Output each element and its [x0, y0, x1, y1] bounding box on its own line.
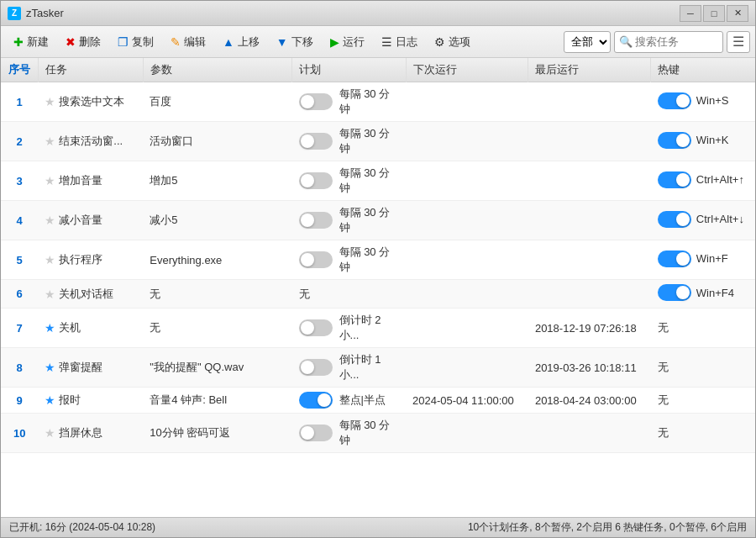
cell-last-run: 2019-03-26 10:18:11	[528, 348, 651, 388]
plan-text: 每隔 30 分钟	[339, 166, 399, 196]
hotkey-toggle[interactable]	[658, 92, 691, 109]
cell-seq: 9	[1, 388, 38, 414]
cell-task: ★结束活动窗...	[38, 122, 143, 161]
table-row[interactable]: 5★执行程序Everything.exe每隔 30 分钟Win+F	[1, 240, 755, 280]
cell-hotkey: 无	[651, 388, 755, 414]
task-name: 执行程序	[59, 252, 102, 267]
options-button[interactable]: ⚙ 选项	[427, 30, 478, 54]
up-label: 上移	[238, 34, 260, 50]
hotkey-toggle[interactable]	[658, 284, 691, 301]
run-button[interactable]: ▶ 运行	[323, 30, 372, 54]
star-icon[interactable]: ★	[45, 214, 55, 227]
new-label: 新建	[27, 34, 49, 50]
star-icon[interactable]: ★	[45, 321, 55, 335]
header-task: 任务	[38, 58, 143, 82]
plan-toggle[interactable]	[299, 133, 333, 150]
cell-last-run	[528, 82, 651, 122]
delete-button[interactable]: ✖ 删除	[58, 30, 108, 54]
cell-seq: 10	[1, 414, 38, 453]
cell-task: ★减小音量	[38, 201, 143, 240]
cell-seq: 3	[1, 161, 38, 201]
star-icon[interactable]: ★	[45, 253, 55, 266]
down-button[interactable]: ▼ 下移	[269, 30, 321, 54]
plan-toggle[interactable]	[299, 251, 333, 268]
cell-last-run	[528, 122, 651, 161]
menu-icon-button[interactable]: ☰	[727, 31, 750, 53]
star-icon[interactable]: ★	[45, 393, 55, 407]
cell-param: 音量4 钟声: Bell	[143, 388, 291, 414]
table-row[interactable]: 7★关机无倒计时 2小...2018-12-19 07:26:18无	[1, 309, 755, 348]
cell-hotkey: 无	[651, 348, 755, 388]
hotkey-toggle[interactable]	[658, 171, 691, 188]
plan-text: 每隔 30 分钟	[339, 126, 399, 156]
close-button[interactable]: ✕	[727, 5, 748, 22]
cell-next-run	[406, 161, 528, 201]
table-row[interactable]: 9★报时音量4 钟声: Bell整点|半点2024-05-04 11:00:00…	[1, 388, 755, 414]
cell-hotkey: Win+K	[651, 122, 755, 161]
app-icon-text: Z	[12, 8, 17, 18]
up-button[interactable]: ▲ 上移	[215, 30, 267, 54]
table-row[interactable]: 3★增加音量增加5每隔 30 分钟Ctrl+Alt+↑	[1, 161, 755, 201]
cell-plan: 倒计时 2小...	[292, 309, 406, 348]
table-row[interactable]: 6★关机对话框无无Win+F4	[1, 280, 755, 309]
task-name: 弹窗提醒	[59, 360, 102, 375]
plan-text: 每隔 30 分钟	[339, 418, 399, 448]
hotkey-toggle[interactable]	[658, 251, 691, 267]
cell-hotkey: Ctrl+Alt+↑	[651, 161, 755, 201]
filter-select[interactable]: 全部 启用 禁用	[564, 31, 611, 53]
cell-last-run	[528, 414, 651, 453]
plan-toggle[interactable]	[299, 93, 333, 110]
plan-toggle[interactable]	[299, 172, 333, 189]
plan-toggle[interactable]	[299, 359, 333, 376]
plan-toggle[interactable]	[299, 319, 333, 336]
search-input[interactable]	[614, 31, 723, 53]
cell-param: 无	[143, 309, 291, 348]
edit-label: 编辑	[184, 34, 206, 50]
edit-button[interactable]: ✎ 编辑	[163, 30, 213, 54]
header-param: 参数	[143, 58, 291, 82]
table-row[interactable]: 8★弹窗提醒"我的提醒" QQ.wav倒计时 1小...2019-03-26 1…	[1, 348, 755, 388]
log-button[interactable]: ☰ 日志	[374, 30, 425, 54]
cell-seq: 6	[1, 280, 38, 309]
hotkey-toggle[interactable]	[658, 211, 691, 228]
maximize-button[interactable]: □	[703, 5, 725, 22]
cell-task: ★执行程序	[38, 240, 143, 280]
cell-hotkey: Ctrl+Alt+↓	[651, 201, 755, 240]
plan-text: 每隔 30 分钟	[339, 245, 399, 275]
down-icon: ▼	[276, 35, 288, 49]
cell-plan: 每隔 30 分钟	[292, 82, 406, 122]
run-label: 运行	[343, 34, 365, 50]
star-icon[interactable]: ★	[45, 361, 55, 374]
star-icon[interactable]: ★	[45, 174, 55, 187]
hotkey-text: Win+S	[696, 94, 729, 107]
copy-label: 复制	[132, 34, 154, 50]
star-icon[interactable]: ★	[45, 287, 55, 301]
task-name: 挡屏休息	[59, 425, 102, 440]
star-icon[interactable]: ★	[45, 95, 55, 108]
table-row[interactable]: 10★挡屏休息10分钟 密码可返每隔 30 分钟无	[1, 414, 755, 453]
minimize-button[interactable]: ─	[680, 5, 701, 22]
new-button[interactable]: ✚ 新建	[6, 30, 56, 54]
hotkey-text: Win+F	[696, 252, 728, 265]
options-label: 选项	[449, 34, 470, 50]
table-row[interactable]: 4★减小音量减小5每隔 30 分钟Ctrl+Alt+↓	[1, 201, 755, 240]
plan-toggle[interactable]	[299, 212, 333, 229]
plan-toggle[interactable]	[299, 392, 333, 409]
copy-button[interactable]: ❐ 复制	[110, 30, 161, 54]
cell-task: ★关机对话框	[38, 280, 143, 309]
cell-seq: 8	[1, 348, 38, 388]
hotkey-toggle[interactable]	[658, 132, 691, 149]
cell-next-run	[406, 122, 528, 161]
star-icon[interactable]: ★	[45, 134, 55, 148]
cell-plan: 倒计时 1小...	[292, 348, 406, 388]
plan-text: 整点|半点	[339, 393, 386, 408]
cell-next-run	[406, 280, 528, 309]
toolbar-right: 全部 启用 禁用 🔍 ☰	[564, 31, 750, 53]
star-icon[interactable]: ★	[45, 426, 55, 440]
plan-toggle[interactable]	[299, 425, 333, 441]
table-row[interactable]: 2★结束活动窗...活动窗口每隔 30 分钟Win+K	[1, 122, 755, 161]
search-wrap: 🔍	[614, 31, 723, 53]
cell-plan: 整点|半点	[292, 388, 406, 414]
table-row[interactable]: 1★搜索选中文本百度每隔 30 分钟Win+S	[1, 82, 755, 122]
cell-seq: 4	[1, 201, 38, 240]
